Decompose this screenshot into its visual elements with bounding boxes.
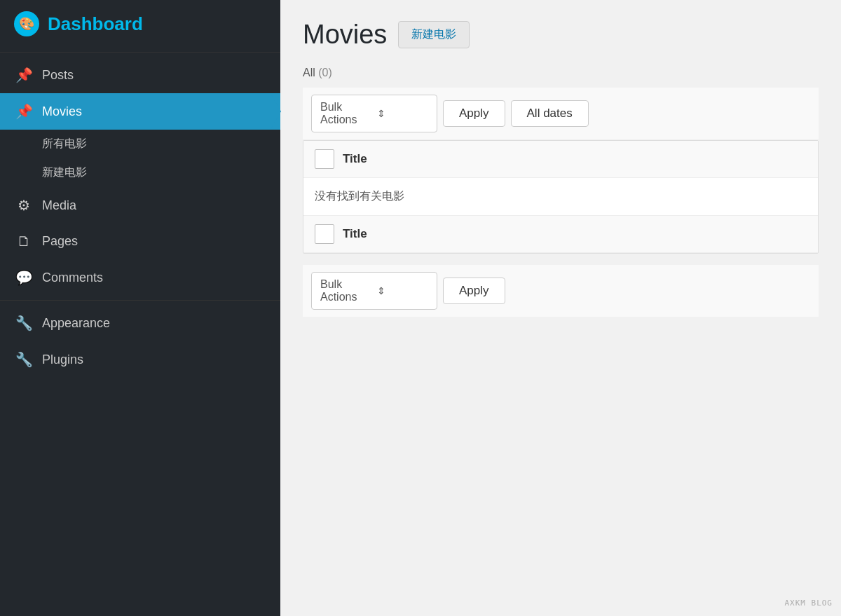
- bottom-toolbar: Bulk Actions ⇕ Apply: [303, 265, 819, 317]
- sidebar: 🎨 Dashboard 📌 Posts 📌 Movies 所有电影 新建电影 ⚙…: [0, 0, 280, 616]
- bulk-actions-bottom-arrows-icon: ⇕: [377, 285, 428, 296]
- bulk-actions-bottom-select[interactable]: Bulk Actions ⇕: [311, 272, 437, 310]
- table-title-header-top: Title: [343, 152, 367, 166]
- empty-message-row: 没有找到有关电影: [303, 178, 818, 216]
- table-header-bottom: Title: [303, 216, 818, 253]
- new-movie-sidebar-label: 新建电影: [42, 165, 87, 180]
- comments-icon: 💬: [14, 269, 34, 286]
- sidebar-item-posts[interactable]: 📌 Posts: [0, 57, 280, 93]
- new-movie-button[interactable]: 新建电影: [398, 21, 470, 48]
- filter-all[interactable]: All (0): [303, 67, 332, 79]
- sidebar-item-comments[interactable]: 💬 Comments: [0, 259, 280, 296]
- top-toolbar: Bulk Actions ⇕ Apply All dates: [303, 88, 819, 140]
- sidebar-subitem-all-movies[interactable]: 所有电影: [0, 130, 280, 158]
- page-header: Movies 新建电影: [303, 20, 819, 50]
- bulk-actions-top-arrows-icon: ⇕: [377, 108, 428, 119]
- bulk-actions-top-label: Bulk Actions: [320, 101, 371, 126]
- filter-all-label: All: [303, 67, 315, 78]
- movies-icon: 📌: [14, 103, 34, 120]
- sidebar-movies-label: Movies: [42, 104, 82, 119]
- dashboard-label: Dashboard: [48, 13, 143, 35]
- sidebar-divider-2: [0, 300, 280, 301]
- main-content: Movies 新建电影 All (0) Bulk Actions ⇕ Apply…: [280, 0, 841, 616]
- sidebar-comments-label: Comments: [42, 271, 103, 285]
- appearance-icon: 🔧: [14, 315, 34, 331]
- sidebar-appearance-label: Appearance: [42, 316, 110, 331]
- sidebar-posts-label: Posts: [42, 68, 74, 83]
- media-icon: ⚙: [14, 197, 34, 214]
- all-dates-button[interactable]: All dates: [511, 100, 589, 127]
- select-all-checkbox-bottom[interactable]: [315, 224, 334, 244]
- pages-icon: 🗋: [14, 233, 34, 249]
- sidebar-item-pages[interactable]: 🗋 Pages: [0, 224, 280, 259]
- apply-bottom-button[interactable]: Apply: [443, 278, 505, 304]
- bulk-actions-bottom-label: Bulk Actions: [320, 278, 371, 303]
- posts-icon: 📌: [14, 67, 34, 83]
- sidebar-plugins-label: Plugins: [42, 353, 83, 367]
- table-header-top: Title: [303, 141, 818, 178]
- select-all-checkbox-top[interactable]: [315, 149, 334, 169]
- dashboard-icon: 🎨: [14, 11, 39, 36]
- sidebar-subitem-new-movie[interactable]: 新建电影: [0, 158, 280, 187]
- sidebar-divider-1: [0, 52, 280, 53]
- apply-top-button[interactable]: Apply: [443, 100, 505, 127]
- sidebar-pages-label: Pages: [42, 234, 78, 249]
- sidebar-media-label: Media: [42, 198, 76, 213]
- sidebar-item-movies[interactable]: 📌 Movies: [0, 93, 280, 130]
- filter-bar: All (0): [303, 67, 819, 79]
- bulk-actions-top-select[interactable]: Bulk Actions ⇕: [311, 95, 437, 132]
- page-title: Movies: [303, 20, 387, 50]
- filter-all-count: (0): [318, 67, 332, 78]
- table-title-header-bottom: Title: [343, 227, 367, 241]
- movies-table: Title 没有找到有关电影 Title: [303, 140, 819, 254]
- all-movies-label: 所有电影: [42, 137, 87, 151]
- watermark: AXKM BLOG: [784, 598, 833, 608]
- sidebar-item-plugins[interactable]: 🔧 Plugins: [0, 341, 280, 378]
- empty-message-text: 没有找到有关电影: [315, 190, 404, 202]
- sidebar-dashboard-item[interactable]: 🎨 Dashboard: [0, 0, 280, 48]
- plugins-icon: 🔧: [14, 351, 34, 368]
- sidebar-item-appearance[interactable]: 🔧 Appearance: [0, 305, 280, 341]
- sidebar-item-media[interactable]: ⚙ Media: [0, 187, 280, 224]
